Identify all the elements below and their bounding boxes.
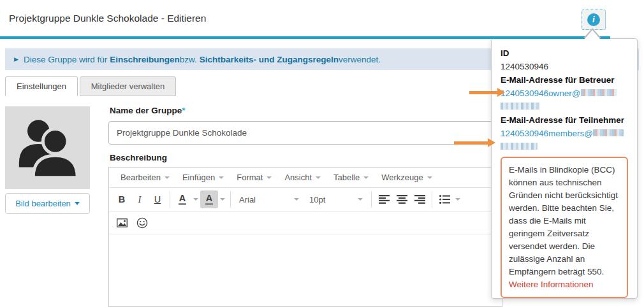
bcc-notice-text: E-Mails in Blindkopie (BCC) können aus t… <box>509 165 618 276</box>
tab-mitglieder-verwalten[interactable]: Mitglieder verwalten <box>80 76 176 96</box>
owner-email-arrow-icon <box>469 88 505 97</box>
font-family-select[interactable]: Arial <box>234 190 304 208</box>
banner-text-suffix: verwendet. <box>339 55 381 64</box>
members-email-label: E-Mail-Adresse für Teilnehmer <box>501 113 628 127</box>
info-icon: i <box>587 13 600 26</box>
banner-text-middle: bzw. <box>180 55 197 64</box>
menu-label: Format <box>237 173 263 182</box>
align-right-button[interactable] <box>411 190 428 208</box>
edit-image-button-label: Bild bearbeiten <box>15 199 71 208</box>
id-value: 1240530946 <box>501 60 628 73</box>
font-size-select[interactable]: 10pt <box>304 190 368 208</box>
group-edit-page: Projektgruppe Dunkle Schokolade - Editie… <box>0 0 644 307</box>
chevron-down-icon <box>316 176 321 179</box>
text-color-button[interactable]: A <box>173 190 191 208</box>
menu-label: Ansicht <box>284 173 312 182</box>
align-right-icon <box>414 195 425 204</box>
menu-label: Tabelle <box>333 173 360 182</box>
censored-email-domain <box>581 89 617 96</box>
insert-image-button[interactable] <box>113 214 131 232</box>
font-size-value: 10pt <box>309 195 325 204</box>
name-field-label: Name der Gruppe* <box>110 106 186 115</box>
chevron-down-icon <box>363 176 369 179</box>
name-label-text: Name der Gruppe <box>110 106 182 115</box>
bg-color-label: A <box>205 194 213 205</box>
banner-text-prefix: Diese Gruppe wird für <box>24 55 107 64</box>
owner-email-link[interactable]: 1240530946owner@ <box>501 89 617 111</box>
align-left-button[interactable] <box>375 190 393 208</box>
members-email-arrow-icon <box>454 138 495 147</box>
chevron-down-icon <box>358 198 363 201</box>
menu-bearbeiten[interactable]: Bearbeiten <box>114 168 176 187</box>
owner-email-text: 1240530946owner@ <box>501 89 581 98</box>
align-left-icon <box>379 195 390 204</box>
banner-arrow-icon: ▶ <box>14 56 18 62</box>
menu-tabelle[interactable]: Tabelle <box>327 168 375 187</box>
id-label: ID <box>501 46 628 60</box>
menu-einfuegen[interactable]: Einfügen <box>176 168 230 187</box>
censored-email-domain <box>501 103 540 110</box>
info-button[interactable]: i <box>582 10 606 30</box>
align-center-icon <box>397 195 407 204</box>
info-popover: ID 1240530946 E-Mail-Adresse für Betreue… <box>491 38 638 299</box>
censored-email-domain <box>501 143 538 150</box>
menu-werkzeuge[interactable]: Werkzeuge <box>375 168 439 187</box>
toolbar-separator <box>170 191 170 208</box>
chevron-down-icon <box>75 202 80 205</box>
group-name-input[interactable] <box>108 121 499 145</box>
members-email-text: 1240530946members@ <box>501 129 593 138</box>
chevron-down-icon <box>294 198 299 201</box>
background-color-button[interactable]: A <box>200 190 218 208</box>
editor-menubar: Bearbeiten Einfügen Format Ansicht Tabel… <box>109 168 502 188</box>
chevron-down-icon <box>219 176 224 179</box>
menu-label: Bearbeiten <box>121 173 161 182</box>
edit-image-button[interactable]: Bild bearbeiten <box>5 193 90 214</box>
toolbar-separator <box>230 191 231 208</box>
censored-email-domain <box>593 129 624 136</box>
menu-format[interactable]: Format <box>230 168 278 187</box>
menu-label: Werkzeuge <box>381 173 423 182</box>
toolbar-separator <box>432 191 432 208</box>
weitere-informationen-link[interactable]: Weitere Informationen <box>509 278 594 291</box>
align-center-button[interactable] <box>393 190 411 208</box>
banner-link-einschreibungen[interactable]: Einschreibungen <box>110 55 180 64</box>
menu-label: Einfügen <box>182 173 215 182</box>
bullet-list-chevron-icon[interactable] <box>453 198 462 201</box>
bg-color-chevron-icon[interactable] <box>218 198 227 201</box>
description-editor: Bearbeiten Einfügen Format Ansicht Tabel… <box>108 167 502 307</box>
text-color-label: A <box>179 194 186 205</box>
bcc-notice-box: E-Mails in Blindkopie (BCC) können aus t… <box>501 157 628 298</box>
smiley-icon <box>136 217 148 229</box>
text-color-chevron-icon[interactable] <box>191 198 200 201</box>
chevron-down-icon <box>165 176 170 179</box>
bold-button[interactable]: B <box>113 190 131 208</box>
bullet-list-icon <box>439 195 450 204</box>
bullet-list-button[interactable] <box>435 190 453 208</box>
tab-einstellungen[interactable]: Einstellungen <box>5 76 78 96</box>
editor-toolbar-row2 <box>109 211 502 234</box>
underline-button[interactable]: U <box>149 190 166 208</box>
group-avatar-icon <box>5 106 90 189</box>
banner-link-zugangsregeln[interactable]: Sichtbarkeits- und Zugangsregeln <box>200 55 339 64</box>
image-icon <box>117 218 128 227</box>
page-title: Projektgruppe Dunkle Schokolade - Editie… <box>9 13 206 24</box>
toolbar-separator <box>371 191 372 208</box>
italic-button[interactable]: I <box>131 190 149 208</box>
chevron-down-icon <box>427 176 432 179</box>
header-divider <box>0 36 610 39</box>
editor-toolbar: B I U A A Arial 10pt <box>109 188 502 211</box>
chevron-down-icon <box>267 176 272 179</box>
popover-caret <box>583 28 601 38</box>
owner-email-label: E-Mail-Adresse für Betreuer <box>501 73 628 87</box>
group-image-placeholder <box>5 106 90 189</box>
emoticon-button[interactable] <box>133 214 151 232</box>
font-family-value: Arial <box>239 195 256 204</box>
members-email-link[interactable]: 1240530946members@ <box>501 129 624 152</box>
description-field-label: Beschreibung <box>110 153 167 162</box>
required-asterisk: * <box>182 106 185 115</box>
menu-ansicht[interactable]: Ansicht <box>278 168 327 187</box>
editor-content-area[interactable] <box>109 234 502 304</box>
